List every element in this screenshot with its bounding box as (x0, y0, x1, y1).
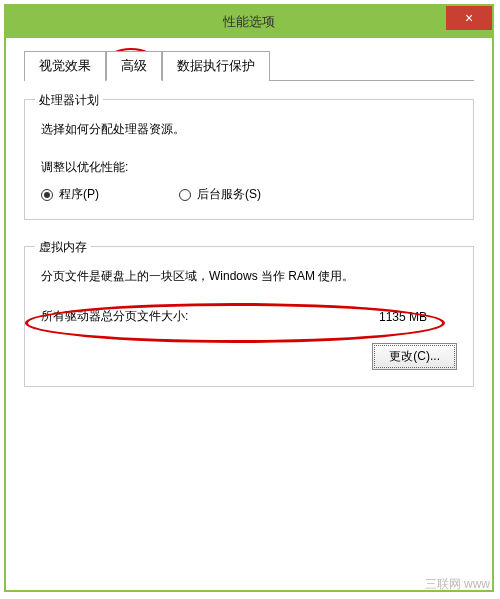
close-icon: × (465, 10, 473, 26)
vm-desc: 分页文件是硬盘上的一块区域，Windows 当作 RAM 使用。 (41, 267, 457, 286)
content-area: 视觉效果 高级 数据执行保护 处理器计划 选择如何分配处理器资源。 调整以优化性… (6, 38, 492, 590)
tab-visual-effects[interactable]: 视觉效果 (24, 51, 106, 81)
window-title: 性能选项 (223, 13, 275, 31)
radio-programs[interactable]: 程序(P) (41, 186, 99, 203)
optimize-label: 调整以优化性能: (41, 159, 457, 176)
vm-total-value: 1135 MB (379, 310, 427, 324)
tab-dep[interactable]: 数据执行保护 (162, 51, 270, 81)
tab-advanced[interactable]: 高级 (106, 51, 162, 81)
watermark-text: 三联网 www (425, 576, 490, 593)
close-button[interactable]: × (446, 6, 492, 30)
radio-row: 程序(P) 后台服务(S) (41, 186, 457, 203)
vm-total-label: 所有驱动器总分页文件大小: (41, 308, 188, 325)
processor-desc: 选择如何分配处理器资源。 (41, 120, 457, 139)
tab-strip: 视觉效果 高级 数据执行保护 (24, 50, 474, 81)
titlebar: 性能选项 × (6, 6, 492, 38)
vm-button-row: 更改(C)... (41, 343, 457, 370)
radio-services-label: 后台服务(S) (197, 186, 261, 203)
processor-legend: 处理器计划 (35, 92, 103, 109)
vm-legend: 虚拟内存 (35, 239, 91, 256)
radio-icon-unchecked (179, 189, 191, 201)
radio-icon-checked (41, 189, 53, 201)
performance-options-window: 性能选项 × 视觉效果 高级 数据执行保护 处理器计划 选择如何分配处理器资源。… (4, 4, 494, 592)
vm-total-row: 所有驱动器总分页文件大小: 1135 MB (41, 308, 457, 325)
radio-programs-label: 程序(P) (59, 186, 99, 203)
change-button[interactable]: 更改(C)... (372, 343, 457, 370)
radio-background-services[interactable]: 后台服务(S) (179, 186, 261, 203)
virtual-memory-group: 虚拟内存 分页文件是硬盘上的一块区域，Windows 当作 RAM 使用。 所有… (24, 246, 474, 387)
processor-scheduling-group: 处理器计划 选择如何分配处理器资源。 调整以优化性能: 程序(P) 后台服务(S… (24, 99, 474, 220)
